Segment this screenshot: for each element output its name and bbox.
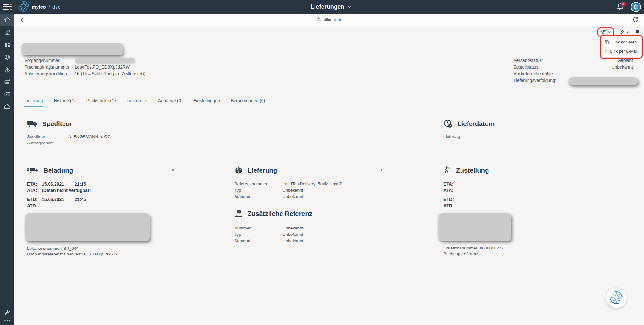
field-value: Unbekannt (282, 225, 303, 231)
pencil-icon (619, 29, 625, 35)
refresh-button[interactable] (632, 16, 640, 23)
share-dropdown-menu: Link kopieren Link per E-Mail (601, 36, 641, 57)
tab-einstellungen[interactable]: Einstellungen (193, 94, 220, 107)
buchungsreferenz: Buchungsreferenz: - (443, 251, 583, 257)
redaction-blob-title (22, 43, 123, 55)
info-label: Auslieferreihenfolge: (514, 71, 554, 76)
tab-historie[interactable]: Historie (1) (54, 94, 75, 107)
field-row: Auftraggeber: - (27, 140, 160, 146)
topbar: myleo / dsc Lieferungen 8 (0, 0, 644, 14)
field-value: Unbekannt (282, 194, 303, 200)
main-content: Detailansicht (14, 14, 644, 325)
time-row-atd: ATD: (443, 202, 583, 209)
home-icon (4, 17, 10, 23)
view-title: Detailansicht (14, 14, 644, 26)
sidebar-item-warehouse[interactable] (0, 100, 14, 113)
sidebar-item-image-add[interactable] (0, 76, 14, 88)
sidebar-item-anchor[interactable] (0, 63, 14, 76)
menu-item-link-kopieren[interactable]: Link kopieren (601, 37, 641, 47)
hamburger-icon[interactable] (3, 3, 12, 10)
truck-icon (27, 120, 38, 128)
brand-name: myleo (32, 4, 46, 10)
tabbar: Lieferung Historie (1) Packstücke (1) Li… (14, 94, 644, 107)
anchor-icon (4, 66, 10, 73)
sidebar-item-globe[interactable] (0, 51, 14, 63)
info-value: LoadTestFO_ED8XpJd2RW (75, 64, 130, 70)
detail-header: Detailansicht (14, 14, 644, 26)
sidebar-bottom (0, 309, 14, 322)
assistant-fab-button[interactable] (606, 288, 627, 308)
sidebar-item-home[interactable] (0, 14, 14, 26)
flow-arrow (288, 170, 383, 170)
brand-product: dsc (52, 4, 61, 10)
flow-arrow (81, 170, 175, 170)
menu-item-label: Link per E-Mail (610, 49, 638, 54)
share-button[interactable] (600, 29, 611, 35)
subscribe-bell-button[interactable] (634, 29, 640, 35)
info-label: Anlieferungskondition: (24, 71, 75, 76)
buchungsreferenz: Buchungsreferenz: LoadTestFO_ED8XpJd2RW (27, 251, 165, 257)
time-label: ETA: (27, 181, 42, 187)
package-icon (234, 166, 243, 175)
sidebar-item-tools[interactable] (4, 309, 10, 315)
field-value: A_ENGEMANN u. CO. (68, 134, 112, 140)
info-label: Versandstatus: (514, 58, 543, 63)
section-divider (14, 158, 644, 158)
user-avatar[interactable] (631, 2, 641, 12)
tab-lieferkette[interactable]: Lieferkette (126, 94, 147, 107)
field-value: Unbekannt (282, 187, 303, 194)
clock-check-icon (443, 119, 453, 129)
page-title-dropdown[interactable]: Lieferungen (311, 0, 351, 14)
time-row-eta: ETA: (443, 181, 583, 187)
sidebar (0, 14, 14, 325)
sidebar-item-more[interactable] (4, 319, 11, 322)
time-label: ETA: (443, 181, 458, 187)
field-value: - (68, 140, 70, 146)
sidebar-item-analytics[interactable] (0, 26, 14, 38)
chevron-down-icon (608, 30, 611, 34)
sidebar-item-boards[interactable] (0, 38, 14, 51)
bell-icon (634, 29, 640, 35)
menu-item-link-email[interactable]: Link per E-Mail (601, 47, 641, 56)
tab-bemerkungen[interactable]: Bemerkungen (0) (231, 94, 265, 107)
brand-separator: / (49, 4, 50, 10)
time-row-ata: ATA: (443, 187, 583, 194)
globe-icon (4, 54, 10, 60)
time-date: (Daten nicht verfügbar) (42, 187, 91, 194)
field-row: Spediteur: A_ENGEMANN u. CO. (27, 134, 160, 140)
time-label: ETD: (443, 196, 458, 202)
brand-logo[interactable]: myleo / dsc (18, 1, 61, 12)
field-row: Referenznummer: LoadTestDelivery_5tMMHlh… (234, 181, 387, 187)
status-value: - (631, 71, 633, 76)
info-value: 16 (1h→Schließung (o. Zeitfenster)) (75, 71, 145, 76)
tab-packstuecke[interactable]: Packstücke (1) (86, 94, 116, 107)
time-row-etd: ETD: 15.06.2021 21:45 (27, 196, 165, 202)
paper-plane-icon (600, 29, 607, 35)
time-label: ATA: (27, 187, 42, 194)
field-row: Typ: Unbekannt (234, 231, 387, 238)
section-title: Zustellung (456, 167, 489, 174)
sidebar-item-gallery[interactable] (0, 88, 14, 100)
tab-lieferung[interactable]: Lieferung (24, 94, 43, 107)
info-row-frachtauftragsnummer: Frachtauftragsnummer: LoadTestFO_ED8XpJd… (24, 63, 145, 70)
section-zustellung: Zustellung ETA: ATA: ETD: ATD: Lokat (443, 165, 583, 257)
image-add-icon (4, 79, 10, 85)
truck-loading-icon (27, 167, 39, 174)
field-row: Nummer: Unbekannt (234, 225, 387, 231)
analytics-clock-icon (4, 29, 10, 36)
tab-anhaenge[interactable]: Anhänge (0) (158, 94, 183, 107)
field-row: Standort: Unbekannt (234, 194, 387, 200)
edit-button[interactable] (619, 29, 629, 35)
field-value: LoadTestDelivery_5tMMHlhanP (282, 181, 342, 187)
redaction-blob-beladung (26, 213, 150, 241)
info-label: Vorgangsnummer: (24, 58, 75, 63)
info-row-zustellstatus: Zustellstatus: Unbekannt (514, 63, 633, 70)
page-title: Lieferungen (311, 3, 344, 10)
notifications-bell-icon[interactable]: 8 (617, 3, 624, 11)
chevron-down-icon (626, 30, 629, 34)
myleo-logo-icon (610, 291, 623, 304)
field-value: Unbekannt (282, 238, 303, 244)
info-row-anlieferungskondition: Anlieferungskondition: 16 (1h→Schließung… (24, 70, 145, 77)
time-row-atd: ATD: (27, 202, 165, 209)
time-date: 15.06.2021 (42, 181, 75, 187)
